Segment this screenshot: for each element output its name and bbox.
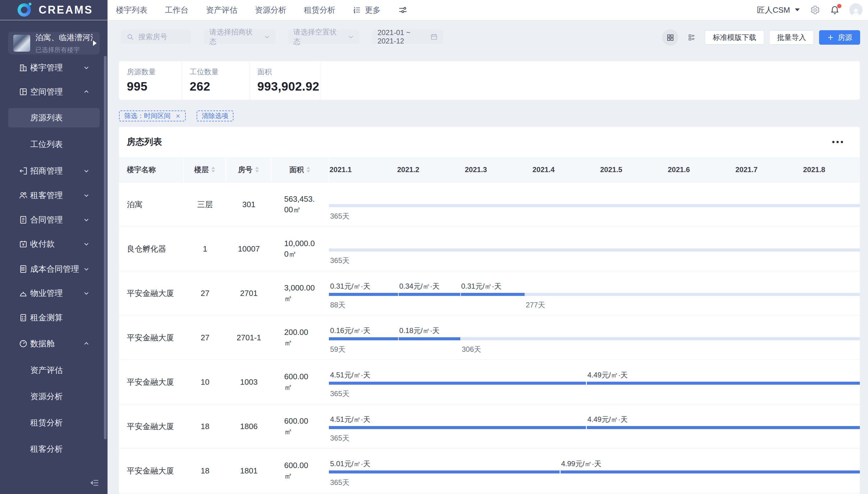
- notification-bell-icon[interactable]: [830, 5, 839, 15]
- nav-item-workbench[interactable]: 工作台: [165, 5, 188, 15]
- price-label: 5.01元/㎡·天: [330, 459, 370, 469]
- sidebar-subitem[interactable]: 资源分析: [0, 388, 108, 405]
- cell-floor: 27: [184, 271, 226, 315]
- property-icon: [19, 289, 28, 298]
- column-header-area[interactable]: 面积: [271, 157, 329, 182]
- occupancy-timeline: 0.31元/㎡·天0.34元/㎡·天0.31元/㎡·天88天277天: [329, 271, 860, 315]
- list-view-toggle[interactable]: [683, 29, 700, 45]
- nav-sliders-icon[interactable]: [398, 5, 408, 15]
- nav-item-resource-analysis[interactable]: 资源分析: [255, 5, 286, 15]
- sort-icon[interactable]: [211, 166, 215, 173]
- sort-icon[interactable]: [255, 166, 259, 173]
- stats-card: 房源数量 995 工位数量 262 面积 993,902.92: [119, 61, 860, 100]
- timeline-bar-segment-dark: [561, 471, 860, 473]
- sidebar-item-label: 数据舱: [30, 338, 55, 349]
- template-download-button[interactable]: 标准模版下载: [705, 30, 764, 45]
- sidebar-subitem[interactable]: 资产评估: [0, 362, 108, 379]
- sidebar-item-space[interactable]: 空间管理: [0, 83, 108, 100]
- table-menu-button[interactable]: •••: [832, 137, 845, 147]
- grid-view-toggle[interactable]: [662, 29, 678, 45]
- cell-floor: 18: [184, 449, 226, 493]
- chevron-down-icon: [83, 64, 90, 71]
- sidebar-item-contract[interactable]: 合同管理: [0, 211, 108, 228]
- date-range-value: 2021-01 ~ 2021-12: [378, 28, 426, 45]
- sidebar-item-label: 租金测算: [30, 312, 63, 323]
- time-range-filter-chip[interactable]: 筛选：时间区间: [119, 111, 186, 121]
- sidebar-scrollbar[interactable]: [104, 56, 107, 439]
- payments-icon: ¥: [19, 240, 28, 248]
- cell-room: 2701: [226, 271, 271, 315]
- sidebar-item-calculator[interactable]: 租金测算: [0, 309, 108, 326]
- avatar[interactable]: [849, 3, 863, 17]
- sidebar-item-leasing[interactable]: 招商管理: [0, 163, 108, 179]
- contract-icon: [19, 215, 28, 224]
- column-header-floor[interactable]: 楼层: [184, 157, 226, 182]
- table-row: 平安金融大厦181801600.00㎡5.01元/㎡·天4.99元/㎡·天365…: [119, 449, 860, 493]
- cell-room: 10007: [226, 227, 271, 271]
- user-menu[interactable]: 匠人CSM: [757, 5, 800, 15]
- cell-building: 泊寓: [119, 183, 184, 226]
- sidebar-subitem[interactable]: 工位列表: [0, 136, 108, 153]
- occupancy-timeline: 4.51元/㎡·天4.49元/㎡·天365天: [329, 404, 860, 449]
- building-switcher[interactable]: 泊寓、临港漕河泾... 已选择所有楼宇: [8, 32, 100, 54]
- remove-filter-icon[interactable]: [175, 114, 181, 119]
- cell-area: 600.00㎡: [271, 404, 329, 449]
- settings-gear-icon[interactable]: [810, 5, 820, 15]
- sort-icon[interactable]: [306, 166, 310, 173]
- calculator-icon: [19, 313, 28, 322]
- sidebar-item-tenants[interactable]: 租客管理: [0, 187, 108, 204]
- clear-filters-chip[interactable]: 清除选项: [196, 111, 233, 121]
- gauge-icon: [19, 339, 28, 348]
- sidebar-item-property[interactable]: 物业管理: [0, 285, 108, 302]
- nav-item-leasing-analysis[interactable]: 租赁分析: [304, 5, 335, 15]
- vacancy-status-select[interactable]: 请选择空置状态: [288, 30, 360, 44]
- batch-import-button[interactable]: 批量导入: [769, 30, 814, 45]
- stat-area: 面积 993,902.92: [249, 61, 321, 100]
- sidebar-item-gauge[interactable]: 数据舱: [0, 335, 108, 352]
- leasing-status-select[interactable]: 请选择招商状态: [204, 30, 276, 44]
- nav-item-building-list[interactable]: 楼宇列表: [116, 5, 147, 15]
- sidebar-item-building[interactable]: 楼宇管理: [0, 59, 108, 76]
- chevron-down-icon: [83, 167, 90, 174]
- sidebar-item-label: 空间管理: [30, 87, 63, 97]
- search-placeholder: 搜索房号: [138, 32, 167, 42]
- user-name: 匠人CSM: [757, 5, 790, 15]
- date-range-picker[interactable]: 2021-01 ~ 2021-12: [372, 30, 444, 44]
- sidebar-item-label: 成本合同管理: [30, 264, 79, 274]
- month-label: 2021.3: [465, 166, 487, 174]
- top-nav: 楼宇列表 工作台 资产评估 资源分析 租赁分析 更多: [108, 5, 408, 15]
- cell-room: 2701-1: [226, 316, 271, 360]
- cell-building: 平安金融大厦: [119, 404, 184, 449]
- search-input[interactable]: 搜索房号: [121, 30, 191, 44]
- ordered-list-icon: [353, 6, 361, 14]
- timeline-bar-segment-dark: [329, 337, 398, 340]
- calendar-icon: [430, 33, 438, 41]
- nav-item-more[interactable]: 更多: [353, 5, 380, 15]
- sidebar-subitem[interactable]: 租客分析: [0, 440, 108, 457]
- nav-item-asset-evaluation[interactable]: 资产评估: [206, 5, 238, 15]
- person-icon: [851, 7, 861, 17]
- sidebar-item-payments[interactable]: ¥收付款: [0, 235, 108, 252]
- cell-area: 600.00㎡: [271, 360, 329, 404]
- gauge-icon: [19, 339, 28, 348]
- add-listing-button[interactable]: 房源: [819, 30, 860, 45]
- timeline-bar-segment-dark: [399, 293, 460, 296]
- notification-dot: [837, 4, 842, 8]
- days-label: 88天: [330, 300, 345, 310]
- collapse-sidebar-button[interactable]: [90, 478, 99, 489]
- chevron-down-icon: [83, 289, 90, 297]
- table-row: 良仓孵化器11000710,000.00㎡365天: [119, 227, 860, 271]
- sidebar-subitem[interactable]: 租赁分析: [0, 414, 108, 431]
- column-header-room[interactable]: 房号: [226, 157, 271, 182]
- sidebar-subitem[interactable]: 房源列表: [8, 108, 100, 128]
- timeline-bar-segment-dark: [329, 382, 586, 385]
- price-label: 4.99元/㎡·天: [561, 459, 601, 469]
- table-card-header: 房态列表 •••: [119, 127, 860, 157]
- filter-chips: 筛选：时间区间 清除选项: [119, 111, 233, 121]
- occupancy-timeline: 5.01元/㎡·天4.99元/㎡·天365天: [329, 449, 860, 493]
- brand-logo[interactable]: CREAMS: [0, 0, 108, 20]
- sidebar-item-cost-contract[interactable]: 成本合同管理: [0, 261, 108, 278]
- cell-building: 平安金融大厦: [119, 271, 184, 315]
- sidebar-subitem-label: 房源列表: [30, 112, 63, 123]
- sidebar-item-label: 招商管理: [30, 166, 63, 176]
